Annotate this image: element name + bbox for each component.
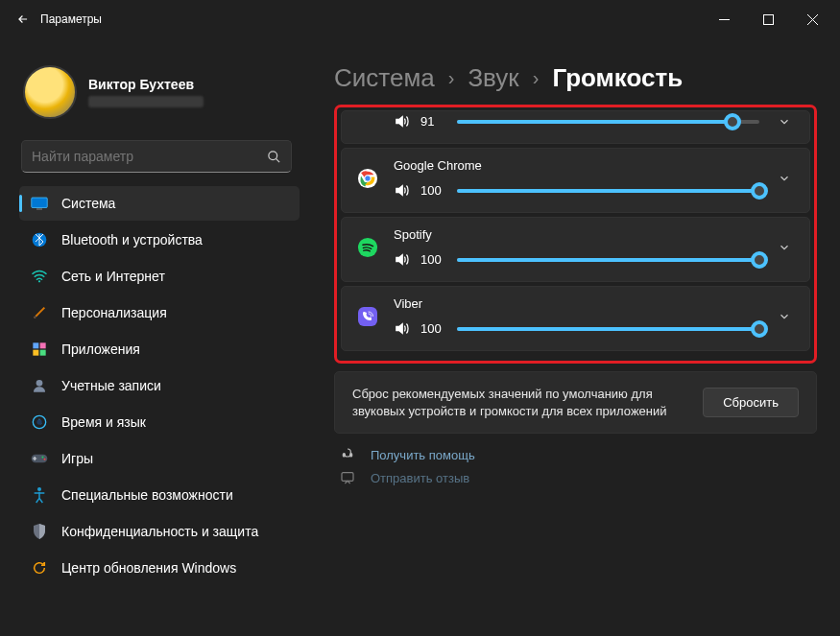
feedback-link[interactable]: Отправить отзыв xyxy=(334,466,817,489)
spotify-app-icon xyxy=(355,227,380,268)
search-input[interactable] xyxy=(32,149,267,164)
chrome-app-icon xyxy=(355,158,380,199)
help-link[interactable]: Получить помощь xyxy=(334,434,817,466)
viber-app-icon xyxy=(355,296,380,337)
crumb-volume: Громкость xyxy=(552,63,683,93)
svg-rect-24 xyxy=(350,454,352,457)
sidebar-item-label: Центр обновления Windows xyxy=(61,560,236,576)
minimize-button[interactable] xyxy=(702,4,746,35)
svg-rect-0 xyxy=(763,14,773,24)
generic-app-icon xyxy=(355,113,380,130)
games-icon xyxy=(31,450,48,467)
speaker-icon[interactable] xyxy=(394,113,411,130)
sidebar-item-label: Учетные записи xyxy=(61,378,161,393)
sidebar-item-network[interactable]: Сеть и Интернет xyxy=(19,259,300,294)
feedback-icon xyxy=(340,470,357,485)
svg-point-12 xyxy=(36,419,41,424)
sidebar-item-label: Персонализация xyxy=(61,305,167,320)
sidebar-item-update[interactable]: Центр обновления Windows xyxy=(19,551,300,585)
system-icon xyxy=(31,195,48,212)
svg-rect-6 xyxy=(33,342,38,348)
expand-button[interactable] xyxy=(773,113,796,130)
svg-rect-3 xyxy=(36,208,42,210)
volume-mixer-box: 91 Google Chrome 100 xyxy=(334,105,817,364)
svg-rect-22 xyxy=(358,307,377,326)
sidebar-item-access[interactable]: Специальные возможности xyxy=(19,478,300,512)
bluetooth-icon xyxy=(31,231,48,248)
back-button[interactable] xyxy=(6,12,40,26)
svg-point-5 xyxy=(38,280,40,282)
close-button[interactable] xyxy=(790,4,834,35)
svg-point-14 xyxy=(41,457,43,459)
app-volume-row: Spotify 100 xyxy=(341,217,810,282)
breadcrumb: Система › Звук › Громкость xyxy=(334,63,817,93)
window-title: Параметры xyxy=(40,12,102,26)
reset-row: Сброс рекомендуемых значений по умолчани… xyxy=(334,371,817,434)
svg-rect-7 xyxy=(40,342,46,348)
help-label: Получить помощь xyxy=(371,448,475,462)
chevron-right-icon: › xyxy=(533,67,540,89)
volume-value: 91 xyxy=(420,114,447,129)
search-icon xyxy=(267,150,281,164)
access-icon xyxy=(31,486,48,504)
search-box[interactable] xyxy=(21,140,292,173)
sidebar-item-games[interactable]: Игры xyxy=(19,441,300,476)
svg-rect-25 xyxy=(342,473,353,482)
reset-button[interactable]: Сбросить xyxy=(703,388,799,417)
volume-slider[interactable] xyxy=(457,321,759,337)
chevron-right-icon: › xyxy=(448,67,455,89)
sidebar-item-personal[interactable]: Персонализация xyxy=(19,295,300,330)
sidebar-item-label: Конфиденциальность и защита xyxy=(61,524,258,539)
reset-description: Сброс рекомендуемых значений по умолчани… xyxy=(352,386,684,419)
sidebar-item-label: Сеть и Интернет xyxy=(61,269,165,284)
sidebar-item-system[interactable]: Система xyxy=(19,186,300,221)
app-volume-row: 91 xyxy=(341,110,810,144)
sidebar-item-time[interactable]: Время и язык xyxy=(19,405,300,439)
sidebar-item-apps[interactable]: Приложения xyxy=(19,332,300,366)
svg-rect-23 xyxy=(343,454,345,457)
time-icon xyxy=(31,413,48,431)
crumb-system[interactable]: Система xyxy=(334,63,435,93)
sidebar-item-privacy[interactable]: Конфиденциальность и защита xyxy=(19,514,300,549)
crumb-sound[interactable]: Звук xyxy=(468,63,518,93)
sidebar-item-label: Приложения xyxy=(61,342,140,357)
expand-button[interactable] xyxy=(773,296,796,337)
speaker-icon[interactable] xyxy=(394,320,411,337)
network-icon xyxy=(31,268,48,285)
svg-rect-9 xyxy=(40,350,46,356)
app-name: Viber xyxy=(394,296,759,311)
svg-rect-8 xyxy=(33,350,38,356)
sidebar-item-label: Игры xyxy=(61,451,93,466)
expand-button[interactable] xyxy=(773,158,796,199)
speaker-icon[interactable] xyxy=(394,251,411,268)
personal-icon xyxy=(31,304,48,321)
volume-value: 100 xyxy=(420,183,447,198)
maximize-button[interactable] xyxy=(746,4,790,35)
app-name: Google Chrome xyxy=(394,158,759,173)
svg-point-19 xyxy=(366,177,371,181)
accounts-icon xyxy=(31,377,48,394)
svg-rect-2 xyxy=(32,198,48,208)
sidebar-item-label: Время и язык xyxy=(61,414,146,430)
volume-slider[interactable] xyxy=(457,114,759,130)
sidebar-item-label: Система xyxy=(61,196,115,211)
profile-name: Виктор Бухтеев xyxy=(88,77,204,92)
volume-slider[interactable] xyxy=(457,183,759,199)
volume-value: 100 xyxy=(420,321,447,336)
volume-value: 100 xyxy=(420,252,447,267)
expand-button[interactable] xyxy=(773,227,796,268)
sidebar-item-label: Bluetooth и устройства xyxy=(61,232,203,247)
app-volume-row: Viber 100 xyxy=(341,286,810,351)
app-name: Spotify xyxy=(394,227,759,242)
feedback-label: Отправить отзыв xyxy=(371,471,469,485)
profile-block[interactable]: Виктор Бухтеев xyxy=(19,50,300,132)
svg-point-10 xyxy=(36,380,43,387)
app-volume-row: Google Chrome 100 xyxy=(341,148,810,213)
speaker-icon[interactable] xyxy=(394,182,411,199)
sidebar-item-bluetooth[interactable]: Bluetooth и устройства xyxy=(19,223,300,257)
sidebar-item-accounts[interactable]: Учетные записи xyxy=(19,368,300,403)
update-icon xyxy=(31,559,48,577)
volume-slider[interactable] xyxy=(457,252,759,268)
apps-icon xyxy=(31,341,48,358)
sidebar-item-label: Специальные возможности xyxy=(61,487,233,503)
